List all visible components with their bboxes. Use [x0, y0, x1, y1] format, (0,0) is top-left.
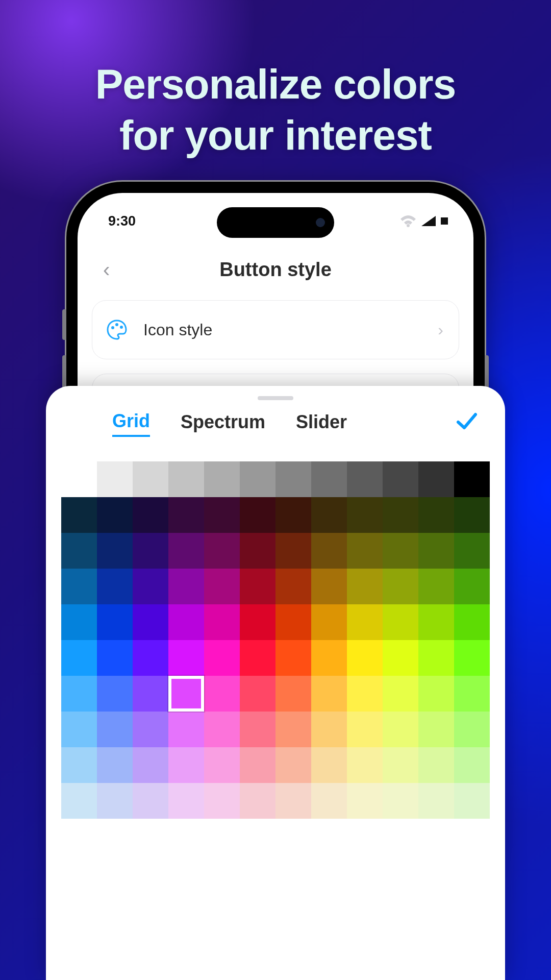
color-cell[interactable]: [204, 783, 240, 819]
color-cell[interactable]: [311, 533, 347, 569]
color-cell[interactable]: [133, 783, 168, 819]
color-cell[interactable]: [204, 569, 240, 604]
color-cell[interactable]: [311, 712, 347, 747]
color-cell[interactable]: [311, 569, 347, 604]
color-cell[interactable]: [418, 497, 454, 533]
color-cell[interactable]: [347, 676, 383, 712]
color-cell[interactable]: [240, 604, 276, 640]
color-grid[interactable]: [61, 461, 490, 819]
color-cell[interactable]: [97, 712, 133, 747]
color-cell[interactable]: [454, 676, 490, 712]
color-cell[interactable]: [240, 461, 276, 497]
color-cell[interactable]: [97, 604, 133, 640]
color-cell[interactable]: [240, 533, 276, 569]
color-cell[interactable]: [61, 533, 97, 569]
color-cell[interactable]: [454, 712, 490, 747]
color-cell[interactable]: [133, 640, 168, 676]
color-cell[interactable]: [418, 604, 454, 640]
color-cell[interactable]: [383, 497, 418, 533]
color-cell[interactable]: [168, 569, 204, 604]
color-cell[interactable]: [383, 676, 418, 712]
color-cell[interactable]: [204, 712, 240, 747]
color-cell[interactable]: [347, 569, 383, 604]
color-cell[interactable]: [276, 676, 311, 712]
color-cell[interactable]: [204, 676, 240, 712]
color-cell[interactable]: [133, 461, 168, 497]
color-cell[interactable]: [168, 497, 204, 533]
color-cell[interactable]: [240, 783, 276, 819]
color-cell[interactable]: [418, 640, 454, 676]
color-cell[interactable]: [347, 461, 383, 497]
color-cell[interactable]: [168, 461, 204, 497]
tab-spectrum[interactable]: Spectrum: [181, 411, 265, 436]
color-cell[interactable]: [347, 497, 383, 533]
color-cell[interactable]: [240, 747, 276, 783]
color-cell[interactable]: [97, 497, 133, 533]
color-cell[interactable]: [276, 569, 311, 604]
color-cell[interactable]: [454, 747, 490, 783]
color-cell[interactable]: [454, 569, 490, 604]
color-cell[interactable]: [133, 604, 168, 640]
row-icon-style[interactable]: Icon style ›: [92, 300, 459, 359]
color-cell[interactable]: [454, 604, 490, 640]
color-cell[interactable]: [168, 533, 204, 569]
color-cell[interactable]: [311, 461, 347, 497]
color-cell[interactable]: [276, 604, 311, 640]
sheet-grabber[interactable]: [258, 396, 293, 400]
color-cell[interactable]: [311, 497, 347, 533]
color-cell[interactable]: [347, 783, 383, 819]
color-cell[interactable]: [168, 712, 204, 747]
color-cell[interactable]: [97, 533, 133, 569]
color-cell[interactable]: [97, 640, 133, 676]
color-cell[interactable]: [204, 497, 240, 533]
color-cell[interactable]: [168, 676, 204, 712]
color-cell[interactable]: [168, 747, 204, 783]
color-cell[interactable]: [240, 497, 276, 533]
color-cell[interactable]: [311, 676, 347, 712]
color-cell[interactable]: [97, 747, 133, 783]
color-cell[interactable]: [61, 783, 97, 819]
color-cell[interactable]: [97, 569, 133, 604]
confirm-check-icon[interactable]: [454, 408, 480, 436]
tab-slider[interactable]: Slider: [296, 411, 347, 436]
color-cell[interactable]: [383, 712, 418, 747]
color-cell[interactable]: [133, 569, 168, 604]
color-cell[interactable]: [204, 461, 240, 497]
color-cell[interactable]: [383, 640, 418, 676]
color-cell[interactable]: [97, 783, 133, 819]
color-cell[interactable]: [418, 569, 454, 604]
color-cell[interactable]: [418, 712, 454, 747]
color-cell[interactable]: [61, 569, 97, 604]
color-cell[interactable]: [418, 747, 454, 783]
color-cell[interactable]: [276, 640, 311, 676]
color-cell[interactable]: [418, 783, 454, 819]
color-cell[interactable]: [276, 533, 311, 569]
color-cell[interactable]: [383, 747, 418, 783]
color-cell[interactable]: [454, 497, 490, 533]
color-cell[interactable]: [61, 497, 97, 533]
color-cell[interactable]: [347, 747, 383, 783]
color-cell[interactable]: [454, 640, 490, 676]
color-cell[interactable]: [61, 747, 97, 783]
color-cell[interactable]: [276, 461, 311, 497]
color-cell[interactable]: [240, 640, 276, 676]
color-cell[interactable]: [311, 640, 347, 676]
color-cell[interactable]: [61, 640, 97, 676]
color-cell[interactable]: [240, 712, 276, 747]
color-cell[interactable]: [133, 676, 168, 712]
color-cell[interactable]: [383, 461, 418, 497]
color-cell[interactable]: [383, 604, 418, 640]
color-cell[interactable]: [383, 533, 418, 569]
color-cell[interactable]: [168, 640, 204, 676]
color-cell[interactable]: [133, 497, 168, 533]
color-cell[interactable]: [311, 604, 347, 640]
color-cell[interactable]: [61, 604, 97, 640]
color-cell[interactable]: [311, 783, 347, 819]
color-cell[interactable]: [276, 783, 311, 819]
color-cell[interactable]: [204, 604, 240, 640]
color-cell[interactable]: [347, 640, 383, 676]
color-cell[interactable]: [454, 533, 490, 569]
color-cell[interactable]: [454, 783, 490, 819]
back-chevron-icon[interactable]: ‹: [98, 253, 115, 286]
color-cell[interactable]: [418, 533, 454, 569]
